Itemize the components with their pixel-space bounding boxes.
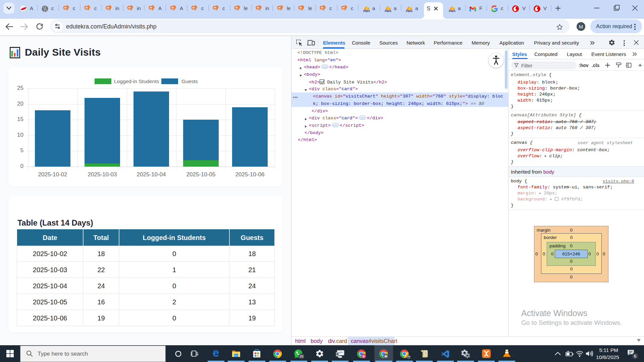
svg-text:PMA: PMA [449, 9, 455, 12]
svg-text:26: 26 [300, 354, 304, 358]
svg-text:PMA: PMA [406, 9, 413, 12]
svg-text:PMA: PMA [363, 9, 370, 12]
svg-text:PMA: PMA [385, 9, 391, 12]
svg-text:K: K [363, 355, 365, 358]
svg-text:M: M [385, 355, 387, 358]
